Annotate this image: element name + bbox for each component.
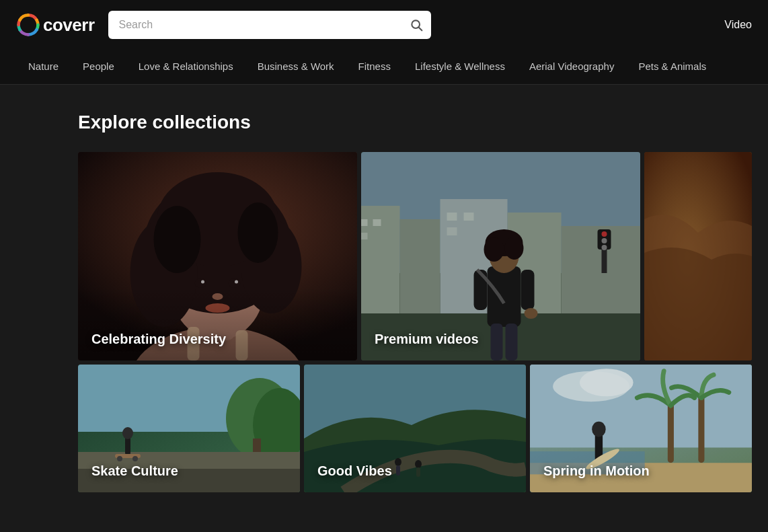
svg-rect-22 xyxy=(78,287,357,360)
collection-card-diversity[interactable]: Celebrating Diversity xyxy=(78,152,357,360)
search-icon xyxy=(410,18,423,32)
card-background xyxy=(78,152,357,360)
search-container xyxy=(108,11,431,39)
logo-text: coverr xyxy=(43,15,95,36)
nav-item-business[interactable]: Business & Work xyxy=(245,50,346,84)
svg-point-13 xyxy=(238,202,278,263)
nav-item-love[interactable]: Love & Relationships xyxy=(126,50,245,84)
svg-point-17 xyxy=(235,280,238,284)
card-label-skate: Skate Culture xyxy=(91,463,178,479)
nav-item-pets[interactable]: Pets & Animals xyxy=(626,50,718,84)
svg-point-15 xyxy=(229,278,241,288)
section-title: Explore collections xyxy=(78,112,752,133)
logo[interactable]: coverr xyxy=(16,13,95,37)
header-right: Video xyxy=(724,19,752,31)
collection-card-spring[interactable]: Spring in Motion xyxy=(530,365,752,492)
svg-point-65 xyxy=(132,456,138,461)
svg-point-64 xyxy=(117,456,122,461)
svg-point-62 xyxy=(122,427,133,439)
header: coverr Video xyxy=(0,0,768,50)
svg-point-14 xyxy=(195,278,207,288)
collection-card-skate[interactable]: Skate Culture xyxy=(78,365,300,492)
svg-line-2 xyxy=(418,28,422,31)
premium-image xyxy=(361,152,640,360)
nav-item-lifestyle[interactable]: Lifestyle & Wellness xyxy=(403,50,517,84)
nav-item-fitness[interactable]: Fitness xyxy=(346,50,403,84)
search-button[interactable] xyxy=(410,18,423,32)
nav-item-nature[interactable]: Nature xyxy=(16,50,71,84)
card-label-spring: Spring in Motion xyxy=(543,463,650,479)
nav-item-aerial[interactable]: Aerial Videography xyxy=(517,50,626,84)
svg-point-12 xyxy=(154,206,201,273)
partial-image xyxy=(644,152,752,360)
main-content: Explore collections xyxy=(0,85,768,519)
collection-card-vibes[interactable]: Good Vibes xyxy=(304,365,526,492)
logo-icon xyxy=(16,13,40,37)
card-label-diversity: Celebrating Diversity xyxy=(91,332,226,347)
svg-rect-52 xyxy=(361,152,640,360)
collections-row-1: Celebrating Diversity xyxy=(78,152,752,360)
card-background xyxy=(644,152,752,360)
svg-point-16 xyxy=(201,280,204,284)
video-link[interactable]: Video xyxy=(724,19,752,30)
collection-card-partial[interactable] xyxy=(644,152,752,360)
nav-item-people[interactable]: People xyxy=(71,50,126,84)
collections-row-2: Skate Culture xyxy=(78,365,752,492)
search-input[interactable] xyxy=(108,11,431,39)
card-label-premium: Premium videos xyxy=(375,332,479,347)
diversity-image xyxy=(78,152,357,360)
category-nav: Nature People Love & Relationships Busin… xyxy=(0,50,768,85)
card-label-vibes: Good Vibes xyxy=(317,463,392,479)
collection-card-premium[interactable]: Premium videos xyxy=(361,152,640,360)
card-background xyxy=(361,152,640,360)
